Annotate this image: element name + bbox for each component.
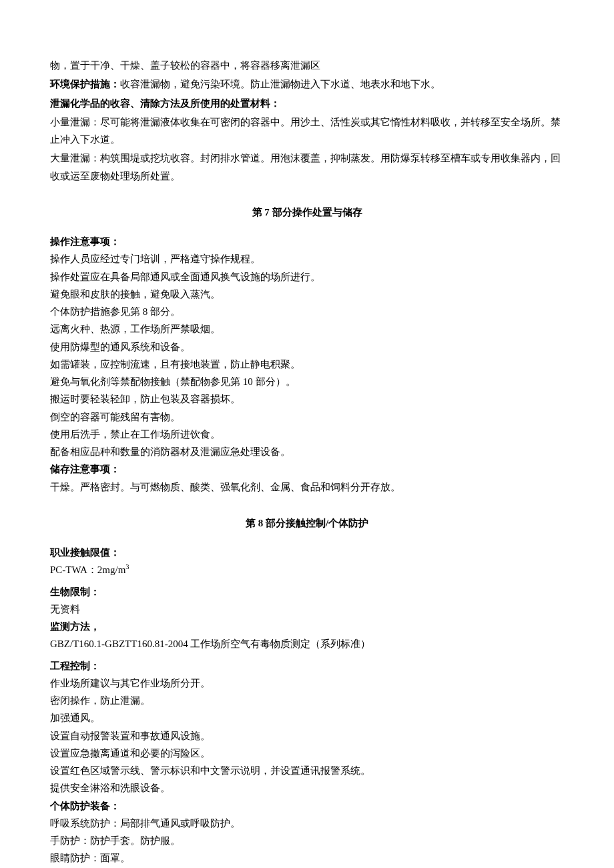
eng-item: 提供安全淋浴和洗眼设备。	[50, 779, 564, 797]
ppe-item: 手防护：防护手套。防护服。	[50, 832, 564, 849]
op-item: 个体防护措施参见第 8 部分。	[50, 303, 564, 320]
occ-limit-label: 职业接触限值：	[50, 544, 564, 561]
engineering-label: 工程控制：	[50, 657, 564, 675]
env-label: 环境保护措施：	[50, 79, 120, 89]
eng-item: 作业场所建议与其它作业场所分开。	[50, 675, 564, 692]
eng-item: 密闭操作，防止泄漏。	[50, 692, 564, 709]
op-item: 使用防爆型的通风系统和设备。	[50, 338, 564, 356]
continuation-text: 物，置于干净、干燥、盖子较松的容器中，将容器移离泄漏区	[50, 57, 564, 74]
op-item: 倒空的容器可能残留有害物。	[50, 408, 564, 426]
env-protection-line: 环境保护措施：收容泄漏物，避免污染环境。防止泄漏物进入下水道、地表水和地下水。	[50, 75, 564, 93]
pctwa-sup: 3	[125, 563, 129, 570]
bio-limit-text: 无资料	[50, 600, 564, 618]
op-item: 远离火种、热源，工作场所严禁吸烟。	[50, 320, 564, 338]
small-leak-text: 小量泄漏：尽可能将泄漏液体收集在可密闭的容器中。用沙土、活性炭或其它惰性材料吸收…	[50, 113, 564, 149]
cleanup-label: 泄漏化学品的收容、清除方法及所使用的处置材料：	[50, 95, 564, 112]
op-item: 操作处置应在具备局部通风或全面通风换气设施的场所进行。	[50, 268, 564, 286]
storage-label: 储存注意事项：	[50, 460, 564, 478]
monitoring-text: GBZ/T160.1-GBZTT160.81-2004 工作场所空气有毒物质测定…	[50, 635, 564, 653]
storage-text: 干燥。严格密封。与可燃物质、酸类、强氧化剂、金属、食品和饲料分开存放。	[50, 478, 564, 496]
eng-item: 设置应急撤离通道和必要的泻险区。	[50, 745, 564, 762]
ppe-label: 个体防护装备：	[50, 797, 564, 815]
pctwa-prefix: PC-TWA：2mg/m	[50, 564, 125, 575]
large-leak-text: 大量泄漏：构筑围堤或挖坑收容。封闭排水管道。用泡沫覆盖，抑制蒸发。用防爆泵转移至…	[50, 149, 564, 185]
op-item: 配备相应品种和数量的消防器材及泄漏应急处理设备。	[50, 443, 564, 460]
env-text: 收容泄漏物，避免污染环境。防止泄漏物进入下水道、地表水和地下水。	[120, 79, 440, 89]
ppe-item: 呼吸系统防护：局部排气通风或呼吸防护。	[50, 815, 564, 832]
op-item: 如需罐装，应控制流速，且有接地装置，防止静电积聚。	[50, 356, 564, 373]
pctwa-value: PC-TWA：2mg/m3	[50, 561, 564, 578]
section8-title: 第 8 部分接触控制/个体防护	[50, 514, 564, 532]
monitoring-label: 监测方法，	[50, 618, 564, 635]
op-item: 使用后洗手，禁止在工作场所进饮食。	[50, 426, 564, 443]
eng-item: 加强通风。	[50, 709, 564, 727]
section7-title: 第 7 部分操作处置与储存	[50, 203, 564, 221]
eng-item: 设置自动报警装置和事故通风设施。	[50, 727, 564, 745]
op-item: 操作人员应经过专门培训，严格遵守操作规程。	[50, 250, 564, 268]
eng-item: 设置红色区域警示线、警示标识和中文警示说明，并设置通讯报警系统。	[50, 762, 564, 779]
operation-label: 操作注意事项：	[50, 233, 564, 250]
op-item: 避免眼和皮肤的接触，避免吸入蒸汽。	[50, 286, 564, 303]
bio-limit-label: 生物限制：	[50, 583, 564, 600]
op-item: 搬运时要轻装轻卸，防止包装及容器损坏。	[50, 390, 564, 408]
op-item: 避免与氧化剂等禁配物接触（禁配物参见第 10 部分）。	[50, 373, 564, 390]
ppe-item: 眼睛防护：面罩。	[50, 849, 564, 867]
